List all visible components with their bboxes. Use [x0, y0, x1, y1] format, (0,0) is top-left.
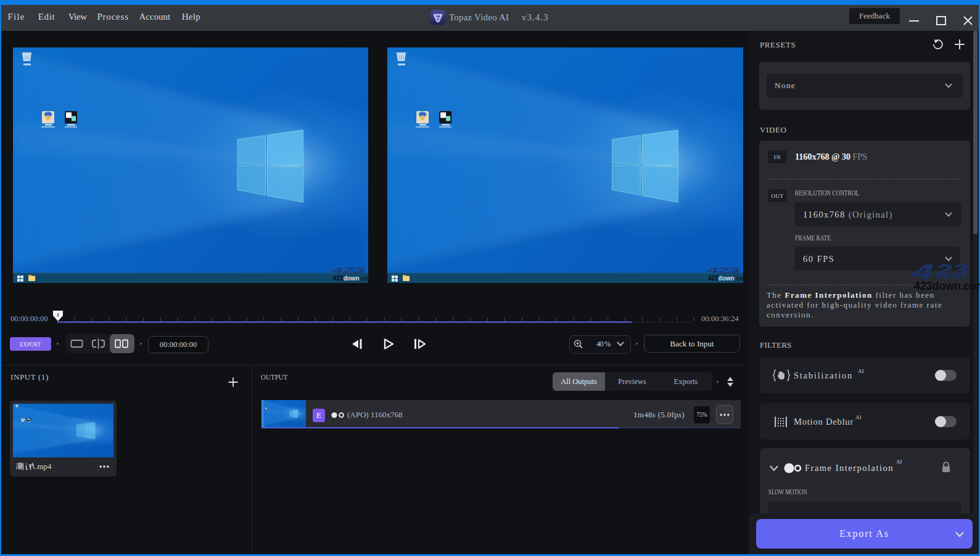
- svg-text:423down.com: 423down.com: [914, 280, 980, 293]
